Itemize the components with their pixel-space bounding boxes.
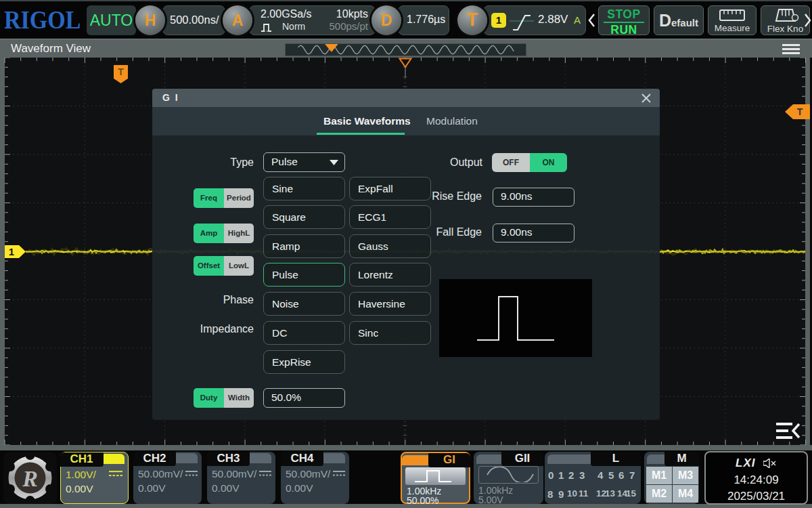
svg-text:1: 1: [9, 246, 14, 257]
svg-text:T: T: [797, 106, 803, 117]
svg-text:T: T: [118, 66, 124, 77]
svg-text:R: R: [22, 466, 38, 491]
